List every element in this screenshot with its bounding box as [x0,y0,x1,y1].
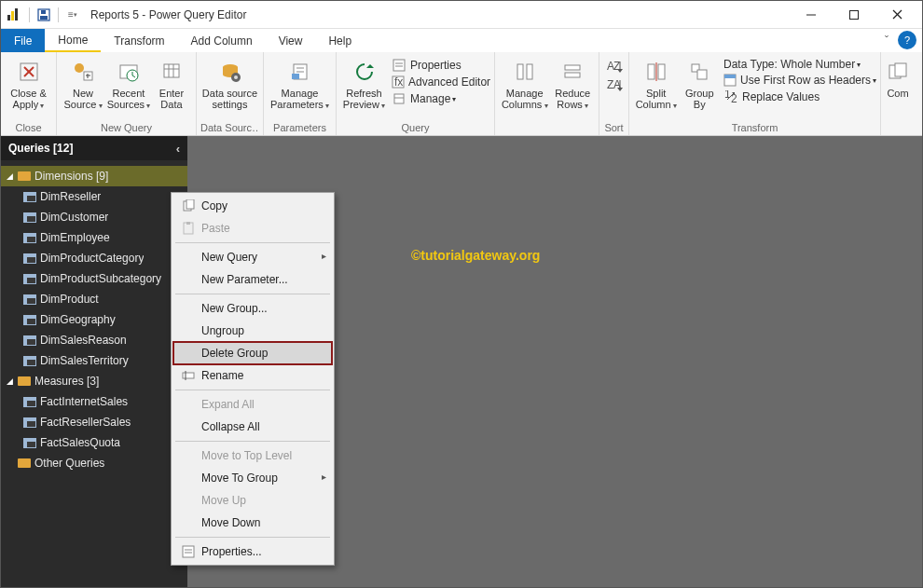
enter-data-button[interactable]: Enter Data [152,54,191,117]
svg-marker-32 [366,64,374,68]
tab-home[interactable]: Home [45,29,101,52]
properties-button[interactable]: Properties [388,57,490,74]
help-icon[interactable]: ? [898,31,916,49]
svg-rect-65 [186,199,194,209]
context-menu: Copy Paste New Query New Parameter... Ne… [171,192,335,566]
group-by-button[interactable]: Group By [679,54,720,117]
ribbon-collapse-icon[interactable]: ˇ [877,29,896,52]
ctx-new-group[interactable]: New Group... [173,297,332,320]
minimize-button[interactable] [790,1,833,29]
svg-rect-1 [11,11,14,21]
table-icon [23,417,36,428]
query-dimemployee[interactable]: DimEmployee [1,227,187,248]
save-icon[interactable] [34,5,54,25]
svg-rect-70 [183,546,194,557]
table-icon [23,212,36,223]
manage-button[interactable]: Manage▾ [388,90,490,107]
group-label-combine [885,120,911,135]
svg-point-13 [75,63,84,73]
query-dimproductsubcategory[interactable]: DimProductSubcategory [1,268,187,289]
group-label-transform: Transform [633,120,876,135]
ctx-paste: Paste [173,217,332,239]
advanced-editor-button[interactable]: fxAdvanced Editor [388,74,490,90]
folder-icon [18,376,31,386]
close-apply-button[interactable]: Close & Apply [5,54,52,117]
table-icon [23,315,36,325]
ctx-move-down[interactable]: Move Down [173,512,332,534]
ctx-rename[interactable]: Rename [173,364,332,387]
tab-view[interactable]: View [266,29,316,52]
query-factinternetsales[interactable]: FactInternetSales [1,391,187,412]
svg-rect-2 [15,8,18,21]
table-icon [23,274,36,284]
split-column-button[interactable]: Split Column [633,54,679,117]
query-dimsalesterritory[interactable]: DimSalesTerritory [1,350,187,371]
tab-add-column[interactable]: Add Column [178,29,266,52]
first-row-headers-button[interactable]: Use First Row as Headers▾ [720,72,876,89]
ctx-ungroup[interactable]: Ungroup [173,320,332,342]
main-area: Queries [12] ‹ ◢ Dimensions [9] DimResel… [1,136,922,587]
app-icon [5,7,21,23]
ctx-new-parameter[interactable]: New Parameter... [173,268,332,291]
folder-dimensions[interactable]: ◢ Dimensions [9] [1,166,187,186]
svg-rect-56 [697,70,707,79]
ctx-properties[interactable]: Properties... [173,540,332,563]
query-factresellersales[interactable]: FactResellerSales [1,412,187,432]
query-dimcustomer[interactable]: DimCustomer [1,207,187,227]
query-dimreseller[interactable]: DimReseller [1,186,187,207]
maximize-button[interactable] [833,1,875,29]
data-type-button[interactable]: Data Type: Whole Number▾ [720,57,876,72]
svg-rect-0 [7,15,10,21]
ctx-copy[interactable]: Copy [173,195,332,217]
query-factsalesquota[interactable]: FactSalesQuota [1,432,187,453]
group-label-params: Parameters [268,120,332,135]
group-label-newquery: New Query [61,120,192,135]
tab-transform[interactable]: Transform [101,29,177,52]
replace-values-button[interactable]: 12Replace Values [720,89,876,105]
sort-asc-icon[interactable]: AZ [606,60,623,73]
group-label-query: Query [340,120,490,135]
group-label-datasource: Data Sourc… [200,120,259,135]
menu-tabs: File Home Transform Add Column View Help… [1,29,922,52]
data-source-settings-button[interactable]: Data source settings [200,54,259,117]
reduce-rows-button[interactable]: Reduce Rows [550,54,595,117]
table-icon [23,438,36,448]
combine-button[interactable]: Com [885,54,911,117]
query-dimsalesreason[interactable]: DimSalesReason [1,330,187,350]
collapse-pane-icon[interactable]: ‹ [176,142,180,156]
query-dimproduct[interactable]: DimProduct [1,289,187,309]
tab-file[interactable]: File [1,29,45,52]
ctx-move-group[interactable]: Move To Group [173,467,332,489]
table-icon [23,192,36,202]
tab-help[interactable]: Help [315,29,365,52]
svg-rect-4 [40,16,48,20]
table-icon [23,397,36,407]
ctx-new-query[interactable]: New Query [173,246,332,268]
query-dimproductcategory[interactable]: DimProductCategory [1,248,187,268]
table-icon [23,335,36,346]
refresh-preview-button[interactable]: Refresh Preview [340,54,388,117]
folder-other-queries[interactable]: Other Queries [1,453,187,473]
svg-rect-21 [164,64,179,77]
svg-rect-31 [292,74,299,79]
ctx-delete-group[interactable]: Delete Group [173,342,332,364]
manage-parameters-button[interactable]: Manage Parameters [268,54,332,117]
copy-icon [179,198,198,213]
recent-sources-button[interactable]: Recent Sources [105,54,152,117]
sort-desc-icon[interactable]: ZA [606,78,623,91]
properties-icon [179,544,198,559]
separator [58,7,59,22]
folder-measures[interactable]: ◢ Measures [3] [1,371,187,391]
svg-rect-40 [517,64,523,79]
queries-header[interactable]: Queries [12] ‹ [1,136,187,160]
manage-columns-button[interactable]: Manage Columns [499,54,550,117]
separator [29,7,30,22]
table-icon [23,294,36,305]
folder-icon [18,458,31,468]
query-dimgeography[interactable]: DimGeography [1,309,187,330]
close-button[interactable] [875,1,918,29]
qat-dropdown-icon[interactable]: ≡▾ [62,5,83,25]
ctx-collapse-all[interactable]: Collapse All [173,416,332,438]
new-source-button[interactable]: New Source [61,54,105,117]
queries-pane: Queries [12] ‹ ◢ Dimensions [9] DimResel… [1,136,187,587]
